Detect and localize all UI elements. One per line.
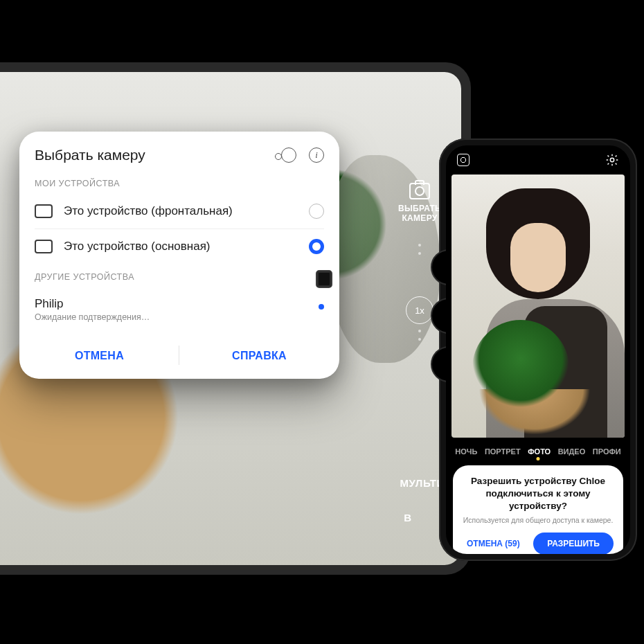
pending-indicator-dot	[319, 304, 324, 310]
radio-unselected[interactable]	[309, 204, 324, 219]
zoom-trail-dot	[418, 338, 421, 341]
mode-pro[interactable]: ПРОФИ	[593, 447, 621, 456]
camera-mode-strip: НОЧЬ ПОРТРЕТ ФОТО ВИДЕО ПРОФИ	[446, 443, 630, 456]
device-label: Philip	[35, 297, 307, 311]
swap-camera-icon[interactable]	[281, 147, 296, 163]
permission-allow-button[interactable]: РАЗРЕШИТЬ	[533, 533, 614, 554]
permission-dialog: Разрешить устройству Chloe подключиться …	[453, 465, 623, 554]
svg-point-0	[610, 158, 614, 161]
tablet-icon	[35, 204, 53, 218]
device-label: Это устройство (фронтальная)	[64, 204, 298, 218]
scan-icon[interactable]	[457, 154, 469, 166]
device-row-other[interactable]: Philip Ожидание подтверждения…	[19, 287, 339, 332]
section-other-devices: ДРУГИЕ УСТРОЙСТВА	[19, 264, 339, 287]
radio-selected[interactable]	[309, 239, 324, 254]
permission-title-line: подключиться к этому устройству?	[485, 488, 590, 511]
mode-photo[interactable]: ФОТО	[528, 447, 551, 456]
permission-actions: ОТМЕНА (59) РАЗРЕШИТЬ	[463, 533, 614, 554]
zoom-level-label: 1x	[415, 305, 424, 316]
gear-icon[interactable]	[605, 153, 619, 167]
mode-video[interactable]: ВИДЕО	[558, 447, 586, 456]
permission-cancel-button[interactable]: ОТМЕНА (59)	[463, 539, 520, 548]
cancel-button[interactable]: ОТМЕНА	[19, 339, 179, 372]
zoom-trail-dot	[418, 252, 421, 255]
info-icon[interactable]	[309, 147, 324, 163]
permission-title-line: Разрешить устройству Chloe	[471, 476, 605, 486]
mode-label-b[interactable]: В	[404, 512, 411, 524]
zoom-level-button[interactable]: 1x	[406, 296, 433, 324]
phone-device: НОЧЬ ПОРТРЕТ ФОТО ВИДЕО ПРОФИ Разрешить …	[439, 138, 637, 561]
permission-title: Разрешить устройству Chloe подключиться …	[463, 475, 614, 513]
phone-screen: НОЧЬ ПОРТРЕТ ФОТО ВИДЕО ПРОФИ Разрешить …	[446, 145, 630, 554]
phone-camera-topbar	[446, 145, 630, 175]
select-camera-button[interactable]: ВЫБРАТЬ КАМЕРУ	[398, 183, 441, 223]
device-status: Ожидание подтверждения…	[35, 312, 307, 322]
permission-subtitle: Используется для общего доступа к камере…	[463, 516, 614, 524]
select-camera-label: ВЫБРАТЬ КАМЕРУ	[398, 204, 441, 223]
phone-camera-viewfinder	[451, 175, 625, 438]
zoom-trail-dot	[418, 330, 421, 332]
camera-switch-icon	[409, 183, 430, 199]
dialog-actions: ОТМЕНА СПРАВКА	[19, 339, 339, 372]
dialog-title: Выбрать камеру	[35, 147, 281, 163]
mode-active-indicator	[537, 457, 540, 460]
device-label: Это устройство (основная)	[64, 240, 298, 253]
dialog-header: Выбрать камеру	[19, 147, 339, 170]
tablet-icon	[35, 240, 53, 253]
mode-night[interactable]: НОЧЬ	[455, 447, 477, 456]
device-row-main[interactable]: Это устройство (основная)	[35, 229, 324, 264]
phone-icon	[316, 270, 332, 288]
help-button[interactable]: СПРАВКА	[179, 339, 339, 372]
select-camera-dialog: Выбрать камеру МОИ УСТРОЙСТВА Это устрой…	[19, 132, 339, 379]
mode-label-multi[interactable]: МУЛЬТИ	[400, 477, 445, 489]
section-my-devices: МОИ УСТРОЙСТВА	[19, 170, 339, 194]
device-row-front[interactable]: Это устройство (фронтальная)	[19, 194, 339, 229]
zoom-trail-dot	[418, 244, 421, 247]
mode-portrait[interactable]: ПОРТРЕТ	[485, 447, 521, 456]
